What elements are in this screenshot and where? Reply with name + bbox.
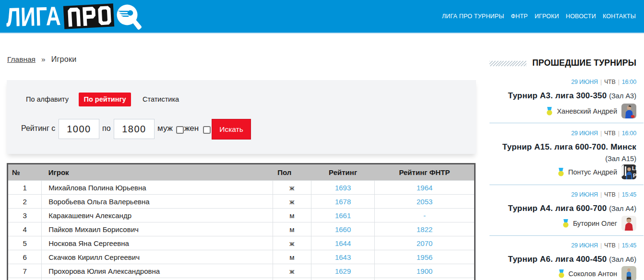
- svg-text:LI: LI: [632, 165, 636, 171]
- svg-text:P: P: [633, 173, 636, 178]
